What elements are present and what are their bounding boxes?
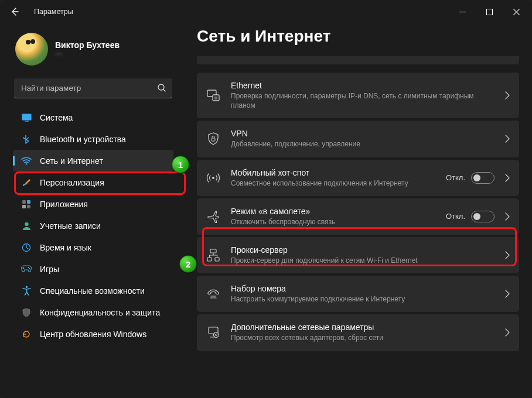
user-name: Виктор Бухтеев [55, 40, 120, 50]
sidebar-item-label: Специальные возможности [40, 286, 145, 296]
svg-point-4 [26, 163, 27, 164]
sidebar-item-label: Конфиденциальность и защита [40, 308, 160, 317]
back-button[interactable] [5, 2, 25, 22]
svg-point-9 [25, 222, 28, 225]
card-subtitle: Совместное использование подключения к И… [231, 179, 435, 188]
sidebar-item-label: Центр обновления Windows [40, 330, 146, 339]
shield-icon [21, 307, 32, 318]
card-subtitle: Прокси-сервер для подключений к сетям Wi… [231, 256, 495, 265]
chevron-right-icon [505, 251, 510, 259]
sidebar-item-apps[interactable]: Приложения [13, 193, 173, 215]
card-subtitle: Добавление, подключение, управление [231, 139, 495, 149]
sidebar-item-accessibility[interactable]: Специальные возможности [13, 280, 173, 301]
close-icon [513, 9, 520, 15]
card-truncated-top[interactable] [197, 56, 519, 64]
card-vpn[interactable]: VPNДобавление, подключение, управление [197, 121, 519, 157]
titlebar: Параметры [0, 0, 532, 23]
svg-rect-3 [25, 121, 29, 121]
svg-point-17 [212, 177, 214, 179]
svg-rect-19 [207, 258, 212, 261]
sidebar-item-system[interactable]: Система [13, 107, 173, 128]
minimize-button[interactable] [449, 2, 476, 21]
svg-rect-6 [27, 200, 30, 204]
chevron-right-icon [505, 290, 510, 298]
svg-rect-0 [486, 9, 492, 15]
ethernet-icon [206, 90, 220, 101]
accessibility-icon [21, 286, 32, 296]
sidebar-item-network[interactable]: Сеть и Интернет [13, 150, 173, 171]
card-dialup[interactable]: Набор номераНастроить коммутируемое подк… [197, 276, 519, 312]
svg-rect-2 [22, 114, 31, 120]
card-subtitle: Настроить коммутируемое подключение к Ин… [231, 294, 495, 304]
maximize-button[interactable] [476, 2, 503, 21]
svg-rect-16 [212, 138, 215, 141]
display-icon [21, 112, 32, 123]
brush-icon [21, 177, 32, 188]
window-title: Параметры [34, 8, 73, 16]
page-title: Сеть и Интернет [197, 27, 519, 46]
bluetooth-icon [21, 134, 32, 145]
toggle-state-label: Откл. [446, 212, 465, 221]
svg-rect-15 [213, 95, 219, 101]
card-title: Ethernet [231, 81, 495, 90]
card-airplane[interactable]: Режим «в самолете»Отключить беспроводную… [197, 198, 519, 235]
hotspot-icon [206, 172, 220, 184]
sidebar-item-accounts[interactable]: Учетные записи [13, 215, 173, 236]
person-icon [21, 221, 32, 231]
sidebar-item-privacy[interactable]: Конфиденциальность и защита [13, 301, 173, 323]
card-title: Прокси-сервер [231, 245, 495, 255]
sidebar-item-personalization[interactable]: Персонализация [13, 171, 173, 193]
card-title: Мобильный хот-спот [231, 168, 435, 177]
nav-list: Система Bluetooth и устройства Сеть и Ин… [13, 107, 173, 345]
sidebar-item-update[interactable]: Центр обновления Windows [13, 323, 173, 345]
maximize-icon [486, 9, 493, 15]
sidebar-item-label: Сеть и Интернет [40, 156, 103, 166]
search-box[interactable] [14, 78, 172, 98]
user-email: — [55, 50, 120, 58]
vpn-shield-icon [206, 132, 220, 145]
card-title: Дополнительные сетевые параметры [231, 322, 495, 332]
svg-rect-7 [22, 205, 26, 208]
chevron-right-icon [505, 174, 510, 182]
airplane-icon [206, 210, 220, 223]
close-button[interactable] [503, 2, 530, 21]
sidebar-item-label: Bluetooth и устройства [40, 135, 126, 144]
avatar [15, 33, 48, 66]
svg-rect-5 [22, 200, 26, 204]
sidebar-item-label: Время и язык [40, 243, 91, 252]
arrow-left-icon [10, 7, 19, 16]
phone-icon [206, 289, 220, 299]
chevron-right-icon [505, 91, 510, 100]
svg-rect-8 [27, 205, 30, 208]
settings-window: Параметры Виктор Бухтеев — [0, 0, 532, 398]
chevron-right-icon [505, 328, 510, 337]
card-proxy[interactable]: Прокси-серверПрокси-сервер для подключен… [197, 237, 519, 273]
card-advanced-network[interactable]: Дополнительные сетевые параметрыПросмотр… [197, 314, 519, 351]
svg-point-11 [28, 267, 29, 268]
card-subtitle: Отключить беспроводную связь [231, 217, 435, 227]
sidebar-item-label: Персонализация [40, 178, 104, 187]
sidebar-item-label: Система [40, 113, 73, 122]
svg-rect-20 [215, 258, 219, 261]
sidebar-item-gaming[interactable]: Игры [13, 258, 173, 280]
card-subtitle: Проверка подлинности, параметры IP-и DNS… [231, 91, 495, 110]
sidebar-item-time-language[interactable]: Время и язык [13, 236, 173, 258]
annotation-marker-2: 2 [179, 255, 197, 273]
search-icon [157, 83, 166, 92]
card-ethernet[interactable]: EthernetПроверка подлинности, параметры … [197, 73, 519, 118]
proxy-icon [206, 249, 220, 262]
wifi-icon [21, 156, 32, 166]
card-hotspot[interactable]: Мобильный хот-спотСовместное использован… [197, 160, 519, 196]
chevron-right-icon [505, 135, 510, 143]
profile-block[interactable]: Виктор Бухтеев — [13, 28, 173, 77]
sidebar-item-bluetooth[interactable]: Bluetooth и устройства [13, 128, 173, 150]
hotspot-toggle[interactable] [471, 172, 495, 184]
card-title: Режим «в самолете» [231, 207, 435, 216]
chevron-right-icon [505, 212, 510, 221]
airplane-toggle[interactable] [471, 211, 495, 222]
search-input[interactable] [14, 78, 172, 98]
minimize-icon [459, 9, 466, 15]
toggle-state-label: Откл. [446, 173, 465, 182]
svg-point-12 [29, 268, 30, 269]
update-icon [21, 329, 32, 339]
